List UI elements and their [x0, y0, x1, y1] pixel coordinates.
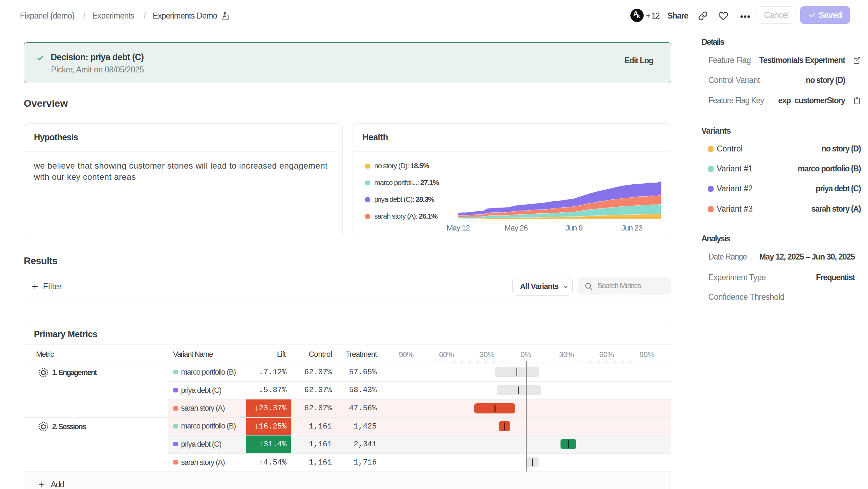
svg-text:May 26: May 26 — [505, 224, 528, 232]
svg-text:Jun 9: Jun 9 — [565, 224, 583, 232]
svg-text:May 12: May 12 — [447, 224, 470, 232]
svg-text:Jun 23: Jun 23 — [621, 224, 643, 232]
